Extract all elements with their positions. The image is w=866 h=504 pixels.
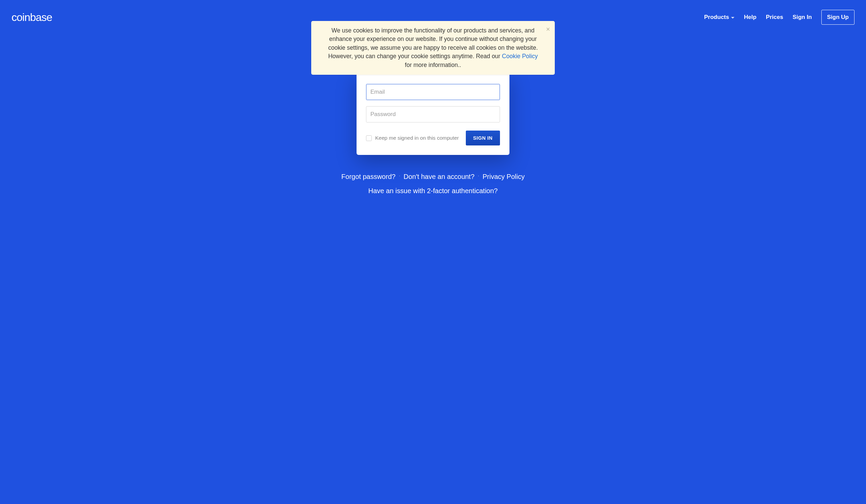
nav-signin[interactable]: Sign In: [792, 14, 812, 21]
signup-button[interactable]: Sign Up: [821, 10, 855, 25]
brand-logo[interactable]: coinbase: [11, 11, 52, 24]
nav-products-label: Products: [704, 14, 729, 21]
sub-links: Forgot password? · Don't have an account…: [341, 170, 525, 197]
nav-help[interactable]: Help: [744, 14, 756, 21]
signin-card: Keep me signed in on this computer SIGN …: [357, 72, 509, 155]
twofa-issue-link[interactable]: Have an issue with 2-factor authenticati…: [368, 187, 498, 194]
close-icon[interactable]: ×: [546, 24, 550, 34]
cookie-banner: × We use cookies to improve the function…: [311, 21, 555, 75]
email-field[interactable]: [366, 84, 500, 100]
nav-prices[interactable]: Prices: [766, 14, 783, 21]
separator-dot: ·: [478, 171, 479, 180]
signin-button[interactable]: SIGN IN: [466, 131, 500, 145]
cookie-policy-link[interactable]: Cookie Policy: [502, 53, 538, 59]
top-nav: Products Help Prices Sign In Sign Up: [704, 10, 855, 25]
nav-products[interactable]: Products: [704, 14, 735, 21]
cookie-text-after: for more information..: [405, 61, 461, 68]
password-field[interactable]: [366, 106, 500, 122]
separator-dot: ·: [399, 171, 400, 180]
create-account-link[interactable]: Don't have an account?: [403, 170, 475, 183]
form-bottom-row: Keep me signed in on this computer SIGN …: [366, 131, 500, 145]
keep-signed-in-wrap[interactable]: Keep me signed in on this computer: [366, 135, 459, 141]
forgot-password-link[interactable]: Forgot password?: [341, 170, 396, 183]
keep-signed-in-label: Keep me signed in on this computer: [375, 135, 459, 141]
keep-signed-in-checkbox[interactable]: [366, 135, 372, 141]
chevron-down-icon: [731, 17, 734, 19]
privacy-policy-link[interactable]: Privacy Policy: [482, 170, 524, 183]
